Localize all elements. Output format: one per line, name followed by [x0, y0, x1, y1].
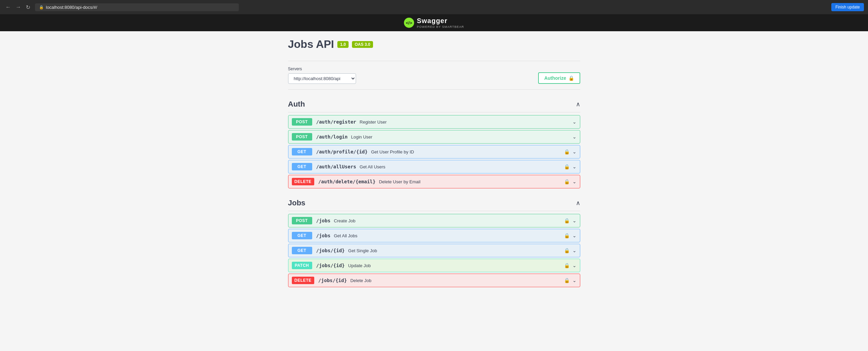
finish-update-button[interactable]: Finish update	[831, 3, 864, 11]
endpoint-path-0-2: /auth/profile/{id}	[316, 149, 368, 154]
nav-buttons: ← → ↻	[4, 3, 32, 11]
section-jobs: Jobs ∧ POST /jobs Create Job 🔒⌄ GET /job…	[288, 195, 580, 287]
endpoint-right-1-3: 🔒⌄	[564, 263, 577, 268]
endpoint-path-0-3: /auth/allUsers	[316, 164, 356, 169]
lock-icon-1-2: 🔒	[564, 248, 570, 253]
endpoint-desc-1-4: Delete Job	[350, 278, 371, 283]
version-badge: 1.0	[337, 41, 349, 48]
endpoint-right-0-0: ⌄	[572, 119, 577, 125]
endpoint-row-1-1[interactable]: GET /jobs Get All Jobs 🔒⌄	[288, 229, 580, 242]
endpoint-right-1-2: 🔒⌄	[564, 248, 577, 253]
endpoint-path-1-2: /jobs/{id}	[316, 248, 345, 253]
endpoint-desc-1-0: Create Job	[334, 218, 356, 223]
method-badge-1-4: DELETE	[292, 277, 314, 284]
endpoint-row-0-1[interactable]: POST /auth/login Login User ⌄	[288, 130, 580, 144]
endpoint-row-1-2[interactable]: GET /jobs/{id} Get Single Job 🔒⌄	[288, 244, 580, 257]
servers-section: Servers http://localhost:8080/api Author…	[288, 61, 580, 90]
method-badge-0-3: GET	[292, 163, 312, 170]
endpoint-desc-1-3: Update Job	[348, 263, 371, 268]
api-title-row: Jobs API 1.0 OAS 3.0	[288, 38, 580, 51]
address-bar[interactable]: 🔒 localhost:8080/api-docs/#/	[35, 3, 239, 11]
chevron-down-icon-1-4: ⌄	[572, 278, 577, 283]
endpoint-row-1-0[interactable]: POST /jobs Create Job 🔒⌄	[288, 214, 580, 227]
endpoint-path-1-4: /jobs/{id}	[318, 278, 347, 283]
method-badge-1-3: PATCH	[292, 262, 312, 269]
authorize-lock-icon: 🔒	[568, 75, 574, 81]
server-select[interactable]: http://localhost:8080/api	[288, 73, 356, 84]
endpoint-desc-1-2: Get Single Job	[348, 248, 377, 253]
endpoint-desc-0-3: Get All Users	[360, 164, 386, 169]
chevron-down-icon-1-2: ⌄	[572, 248, 577, 253]
section-header-auth[interactable]: Auth ∧	[288, 96, 580, 112]
endpoint-row-0-3[interactable]: GET /auth/allUsers Get All Users 🔒⌄	[288, 160, 580, 173]
chevron-down-icon-0-0: ⌄	[572, 119, 577, 125]
section-auth: Auth ∧ POST /auth/register Register User…	[288, 96, 580, 188]
endpoint-path-0-0: /auth/register	[316, 119, 356, 125]
method-badge-1-2: GET	[292, 247, 312, 254]
lock-icon-1-3: 🔒	[564, 263, 570, 268]
endpoint-desc-0-4: Delete User by Email	[379, 179, 420, 184]
chevron-up-icon: ∧	[576, 199, 580, 207]
swagger-logo-text: Swagger	[417, 17, 464, 25]
endpoint-right-0-1: ⌄	[572, 134, 577, 140]
endpoint-row-0-2[interactable]: GET /auth/profile/{id} Get User Profile …	[288, 145, 580, 159]
endpoint-row-0-4[interactable]: DELETE /auth/delete/{email} Delete User …	[288, 175, 580, 188]
lock-icon-0-2: 🔒	[564, 149, 570, 154]
swagger-logo-icon: </>	[404, 18, 414, 28]
method-badge-0-4: DELETE	[292, 178, 314, 185]
lock-icon-0-3: 🔒	[564, 164, 570, 169]
method-badge-0-0: POST	[292, 118, 312, 126]
endpoint-right-0-4: 🔒⌄	[564, 179, 577, 184]
endpoint-path-1-0: /jobs	[316, 218, 331, 223]
lock-icon-1-0: 🔒	[564, 218, 570, 223]
authorize-button[interactable]: Authorize 🔒	[538, 72, 580, 84]
lock-icon: 🔒	[39, 5, 44, 10]
chevron-up-icon: ∧	[576, 100, 580, 108]
endpoint-path-1-1: /jobs	[316, 233, 331, 238]
sections-container: Auth ∧ POST /auth/register Register User…	[288, 96, 580, 287]
section-header-jobs[interactable]: Jobs ∧	[288, 195, 580, 211]
endpoint-right-1-1: 🔒⌄	[564, 233, 577, 238]
endpoint-path-0-1: /auth/login	[316, 134, 348, 140]
endpoint-right-1-0: 🔒⌄	[564, 218, 577, 223]
endpoint-path-1-3: /jobs/{id}	[316, 263, 345, 268]
endpoint-right-0-3: 🔒⌄	[564, 164, 577, 169]
servers-block: Servers http://localhost:8080/api	[288, 67, 356, 84]
chevron-down-icon-1-1: ⌄	[572, 233, 577, 238]
forward-button[interactable]: →	[14, 3, 22, 11]
endpoint-desc-1-1: Get All Jobs	[334, 233, 357, 238]
browser-chrome: ← → ↻ 🔒 localhost:8080/api-docs/#/ Finis…	[0, 0, 868, 14]
endpoint-row-1-3[interactable]: PATCH /jobs/{id} Update Job 🔒⌄	[288, 259, 580, 272]
main-content: Jobs API 1.0 OAS 3.0 Servers http://loca…	[281, 31, 587, 301]
swagger-logo: </> Swagger powered by SMARTBEAR	[404, 17, 464, 29]
servers-label: Servers	[288, 67, 356, 71]
refresh-button[interactable]: ↻	[24, 3, 32, 11]
chevron-down-icon-1-0: ⌄	[572, 218, 577, 223]
back-button[interactable]: ←	[4, 3, 12, 11]
method-badge-1-1: GET	[292, 232, 312, 239]
endpoint-path-0-4: /auth/delete/{email}	[318, 179, 376, 184]
chevron-down-icon-0-3: ⌄	[572, 164, 577, 169]
method-badge-1-0: POST	[292, 217, 312, 224]
authorize-label: Authorize	[544, 75, 566, 81]
section-title-auth: Auth	[288, 100, 305, 109]
endpoint-desc-0-0: Register User	[360, 119, 387, 125]
logo-letter: </>	[406, 20, 412, 25]
chevron-down-icon-0-2: ⌄	[572, 149, 577, 154]
api-title: Jobs API	[288, 38, 334, 51]
method-badge-0-1: POST	[292, 133, 312, 141]
browser-actions: Finish update	[831, 3, 864, 11]
chevron-down-icon-0-1: ⌄	[572, 134, 577, 140]
endpoint-desc-0-2: Get User Profile by ID	[371, 149, 414, 154]
endpoint-right-1-4: 🔒⌄	[564, 278, 577, 283]
chevron-down-icon-0-4: ⌄	[572, 179, 577, 184]
endpoint-right-0-2: 🔒⌄	[564, 149, 577, 154]
section-title-jobs: Jobs	[288, 199, 305, 207]
endpoint-row-1-4[interactable]: DELETE /jobs/{id} Delete Job 🔒⌄	[288, 274, 580, 287]
url-text: localhost:8080/api-docs/#/	[46, 5, 97, 10]
chevron-down-icon-1-3: ⌄	[572, 263, 577, 268]
oas-badge: OAS 3.0	[352, 41, 373, 48]
swagger-logo-subtext: powered by SMARTBEAR	[417, 25, 464, 29]
lock-icon-1-1: 🔒	[564, 233, 570, 238]
endpoint-row-0-0[interactable]: POST /auth/register Register User ⌄	[288, 115, 580, 129]
